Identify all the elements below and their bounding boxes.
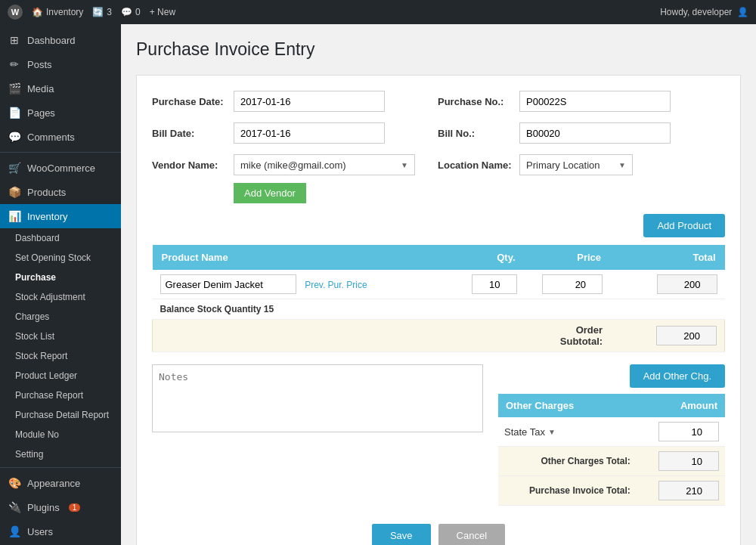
- form-row-1: Purchase Date: Purchase No.:: [152, 91, 725, 112]
- wp-logo-icon[interactable]: W: [8, 5, 23, 20]
- home-icon: 🏠: [32, 7, 43, 17]
- purchase-no-group: Purchase No.:: [438, 91, 671, 112]
- sidebar-divider-2: [0, 467, 121, 468]
- location-select-arrow: ▼: [618, 161, 626, 169]
- invoice-total-row: Purchase Invoice Total:: [498, 476, 725, 506]
- plugins-icon: 🔌: [8, 501, 21, 513]
- price-input[interactable]: [542, 274, 603, 294]
- col-other-charges: Other Charges: [498, 394, 637, 417]
- sidebar-item-posts[interactable]: ✏ Posts: [0, 52, 121, 76]
- sidebar-item-setting[interactable]: Setting: [0, 444, 121, 464]
- other-charges-total-input: [658, 451, 719, 471]
- notes-section: [152, 364, 483, 506]
- invoice-total-input: [658, 481, 719, 500]
- sidebar-item-appearance[interactable]: 🎨 Appearance: [0, 471, 121, 495]
- sidebar-item-product-ledger[interactable]: Product Ledger: [0, 366, 121, 386]
- product-name-input[interactable]: [160, 274, 296, 294]
- bottom-section: Add Other Chg. Other Charges Amount: [152, 364, 725, 506]
- purchase-no-label: Purchase No.:: [438, 96, 513, 107]
- add-product-toolbar: Add Product: [152, 214, 725, 237]
- prev-pur-price-link[interactable]: Prev. Pur. Price: [305, 280, 367, 290]
- admin-bar-new[interactable]: + New: [150, 7, 175, 17]
- location-name-select[interactable]: Primary Location ▼: [519, 154, 633, 175]
- sidebar-item-charges[interactable]: Charges: [0, 307, 121, 327]
- sidebar-item-woocommerce[interactable]: 🛒 WooCommerce: [0, 156, 121, 180]
- product-total-cell: [610, 270, 724, 299]
- add-product-button[interactable]: Add Product: [643, 214, 725, 237]
- charge-name-select[interactable]: State Tax ▼: [504, 426, 631, 438]
- bill-date-group: Bill Date:: [152, 122, 385, 144]
- sidebar-item-stock-list[interactable]: Stock List: [0, 327, 121, 346]
- other-charges-section: Add Other Chg. Other Charges Amount: [498, 364, 725, 506]
- sidebar-item-stock-adjustment[interactable]: Stock Adjustment: [0, 287, 121, 307]
- form-row-3: Vendor Name: mike (mike@gmail.com) ▼ Loc…: [152, 154, 725, 203]
- notes-textarea[interactable]: [152, 364, 483, 432]
- subtotal-row: Order Subtotal:: [153, 320, 725, 352]
- admin-bar-user: Howdy, developer 👤: [660, 7, 748, 17]
- charge-amount-input[interactable]: [658, 422, 719, 441]
- col-amount: Amount: [637, 394, 725, 417]
- location-name-label: Location Name:: [438, 159, 513, 171]
- add-other-chg-button[interactable]: Add Other Chg.: [630, 364, 725, 388]
- vendor-select-arrow: ▼: [401, 161, 408, 169]
- sidebar-item-comments[interactable]: 💬 Comments: [0, 125, 121, 149]
- plugins-badge: 1: [69, 503, 81, 512]
- vendor-name-select[interactable]: mike (mike@gmail.com) ▼: [234, 154, 415, 175]
- sidebar-item-set-opening-stock[interactable]: Set Opening Stock: [0, 248, 121, 268]
- sidebar-item-media[interactable]: 🎬 Media: [0, 76, 121, 101]
- product-price-cell: [525, 270, 611, 299]
- charge-amount-cell: [637, 417, 725, 447]
- inventory-submenu: Dashboard Set Opening Stock Purchase Sto…: [0, 228, 121, 464]
- appearance-icon: 🎨: [8, 477, 21, 489]
- cancel-button[interactable]: Cancel: [438, 524, 505, 545]
- updates-icon: 🔄: [92, 7, 104, 17]
- product-qty-cell: [438, 270, 525, 299]
- invoice-card: Purchase Date: Purchase No.: Bill Date: …: [136, 75, 741, 545]
- admin-bar: W 🏠 Inventory 🔄 3 💬 0 + New Howdy, devel…: [0, 0, 756, 24]
- form-actions: Save Cancel: [152, 524, 725, 545]
- invoice-total-value: [637, 476, 725, 506]
- sidebar-item-module-no[interactable]: Module No: [0, 425, 121, 444]
- main-content: Purchase Invoice Entry Purchase Date: Pu…: [121, 24, 756, 545]
- col-total: Total: [610, 245, 724, 270]
- other-charges-table: Other Charges Amount State Tax ▼: [498, 394, 725, 506]
- sidebar-item-products[interactable]: 📦 Products: [0, 180, 121, 204]
- admin-bar-comments[interactable]: 💬 0: [121, 7, 141, 17]
- balance-stock-label: Balance Stock Quantity 15: [153, 299, 725, 320]
- media-icon: 🎬: [8, 82, 21, 94]
- sidebar-item-purchase-detail-report[interactable]: Purchase Detail Report: [0, 405, 121, 425]
- sidebar-item-plugins[interactable]: 🔌 Plugins 1: [0, 495, 121, 519]
- add-other-chg-row: Add Other Chg.: [498, 364, 725, 388]
- charge-select-arrow: ▼: [548, 428, 556, 436]
- sidebar-item-inventory[interactable]: 📊 Inventory: [0, 204, 121, 228]
- save-button[interactable]: Save: [372, 524, 431, 545]
- qty-input[interactable]: [472, 274, 517, 294]
- sidebar-item-dashboard[interactable]: ⊞ Dashboard: [0, 28, 121, 52]
- bill-no-group: Bill No.:: [438, 122, 671, 144]
- charge-name-cell: State Tax ▼: [498, 417, 637, 447]
- product-name-cell: Prev. Pur. Price: [153, 270, 439, 299]
- sidebar-item-purchase[interactable]: Purchase: [0, 268, 121, 287]
- vendor-name-group: Vendor Name: mike (mike@gmail.com) ▼: [152, 154, 415, 175]
- comments-icon: 💬: [8, 131, 21, 143]
- sidebar-item-stock-report[interactable]: Stock Report: [0, 346, 121, 366]
- posts-icon: ✏: [8, 58, 21, 70]
- sidebar: ⊞ Dashboard ✏ Posts 🎬 Media 📄 Pages 💬 Co…: [0, 24, 121, 545]
- admin-bar-updates[interactable]: 🔄 3: [92, 7, 112, 17]
- invoice-total-label: Purchase Invoice Total:: [498, 476, 637, 506]
- sidebar-item-users[interactable]: 👤 Users: [0, 519, 121, 543]
- page-title: Purchase Invoice Entry: [136, 39, 741, 60]
- pages-icon: 📄: [8, 107, 21, 119]
- sidebar-item-inv-dashboard[interactable]: Dashboard: [0, 228, 121, 248]
- admin-bar-inventory[interactable]: 🏠 Inventory: [32, 7, 83, 17]
- bill-date-input[interactable]: [234, 122, 385, 144]
- sidebar-item-purchase-report[interactable]: Purchase Report: [0, 386, 121, 405]
- sidebar-item-pages[interactable]: 📄 Pages: [0, 101, 121, 125]
- purchase-date-input[interactable]: [234, 91, 385, 112]
- other-charges-total-row: Other Charges Total:: [498, 447, 725, 476]
- bill-no-input[interactable]: [519, 122, 671, 144]
- add-vendor-button[interactable]: Add Vendor: [234, 183, 306, 203]
- charge-row: State Tax ▼: [498, 417, 725, 447]
- purchase-no-input[interactable]: [519, 91, 671, 112]
- product-table: Product Name Qty. Price Total Prev. Pur.…: [152, 245, 725, 352]
